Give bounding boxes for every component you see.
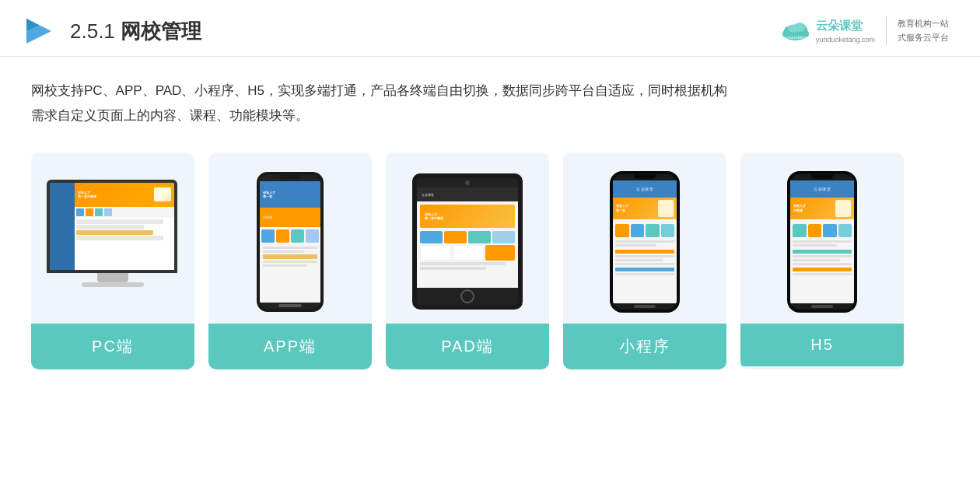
header-right: yunduoketang 云朵课堂 yunduoketang.com 教育机构一… (779, 17, 949, 45)
card-app-label: APP端 (208, 324, 372, 369)
page: 2.5.1 网校管理 yunduoketang (0, 0, 980, 490)
cloud-icon: yunduoketang (779, 19, 813, 44)
card-app-image: 创造人才第一堂 冲量课 (208, 152, 372, 324)
pad-mockup: 云朵课堂 创造人才第一堂冲量课 (412, 173, 523, 310)
svg-text:yunduoketang: yunduoketang (782, 35, 811, 40)
card-app: 创造人才第一堂 冲量课 (208, 152, 372, 369)
description-text: 网校支持PC、APP、PAD、小程序、H5，实现多端打通，产品各终端自由切换，数… (0, 57, 980, 137)
brand-logo: yunduoketang 云朵课堂 yunduoketang.com (779, 17, 875, 45)
header: 2.5.1 网校管理 yunduoketang (0, 0, 980, 57)
card-miniprogram-image: 云朵课堂 创造人才第一堂 (563, 152, 726, 324)
header-left: 2.5.1 网校管理 (23, 14, 201, 48)
brand-tagline: 教育机构一站 式服务云平台 (898, 17, 949, 44)
card-pad-image: 云朵课堂 创造人才第一堂冲量课 (386, 152, 549, 324)
card-pad: 云朵课堂 创造人才第一堂冲量课 (386, 152, 549, 369)
card-h5: 云朵课堂 创造人才冲量课 (740, 152, 904, 369)
card-miniprogram-label: 小程序 (563, 324, 726, 369)
card-miniprogram: 云朵课堂 创造人才第一堂 (563, 152, 726, 369)
logo-icon (23, 14, 58, 48)
pc-mockup: 创造人才第一堂冲量课 (47, 180, 179, 304)
card-pad-label: PAD端 (386, 324, 549, 369)
mini-phone-mockup-2: 云朵课堂 创造人才冲量课 (787, 171, 857, 313)
card-pc-image: 创造人才第一堂冲量课 (31, 152, 194, 324)
cards-section: 创造人才第一堂冲量课 (0, 137, 980, 393)
card-pc-label: PC端 (31, 324, 194, 369)
brand-name-text: 云朵课堂 yunduoketang.com (816, 17, 875, 45)
card-h5-label: H5 (740, 324, 904, 366)
card-h5-image: 云朵课堂 创造人才冲量课 (740, 152, 904, 324)
page-title: 2.5.1 网校管理 (70, 18, 201, 45)
svg-point-7 (793, 23, 805, 32)
card-pc: 创造人才第一堂冲量课 (31, 152, 194, 369)
mini-phone-mockup-1: 云朵课堂 创造人才第一堂 (610, 171, 680, 313)
app-phone-mockup: 创造人才第一堂 冲量课 (257, 172, 324, 312)
brand-divider (886, 17, 887, 45)
